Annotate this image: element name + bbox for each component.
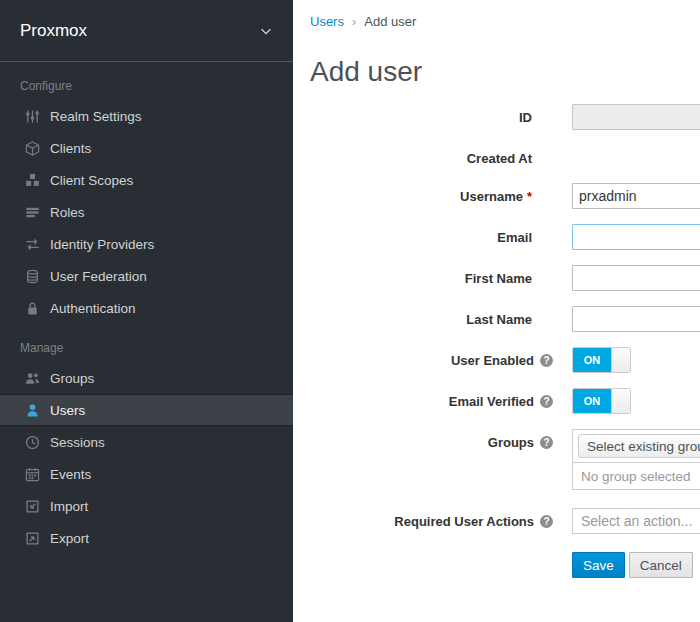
cube-icon <box>24 140 40 156</box>
groups-label: Groups <box>293 429 553 455</box>
sidebar-item-users[interactable]: Users <box>0 394 293 426</box>
form-row-username: Username * <box>293 183 700 209</box>
realm-name: Proxmox <box>20 21 259 41</box>
sidebar-item-realm-settings[interactable]: Realm Settings <box>0 100 293 132</box>
breadcrumb-separator-icon <box>352 14 356 29</box>
configure-nav: Realm Settings Clients Client Scopes Rol… <box>0 100 293 324</box>
sidebar-item-client-scopes[interactable]: Client Scopes <box>0 164 293 196</box>
email-label: Email <box>293 224 553 250</box>
sidebar: Proxmox Configure Realm Settings Clients… <box>0 0 293 622</box>
last-name-field[interactable] <box>572 306 700 332</box>
username-field[interactable] <box>572 183 700 209</box>
help-icon[interactable] <box>540 436 553 449</box>
exchange-arrows-icon <box>24 236 40 252</box>
form-row-email-verified: Email Verified ON <box>293 388 700 414</box>
save-button[interactable]: Save <box>572 552 625 578</box>
calendar-icon <box>24 466 40 482</box>
id-label: ID <box>293 104 553 130</box>
list-icon <box>24 204 40 220</box>
first-name-label: First Name <box>293 265 553 291</box>
sidebar-item-export[interactable]: Export <box>0 522 293 554</box>
groups-empty-text: No group selected <box>573 462 700 490</box>
sidebar-item-sessions[interactable]: Sessions <box>0 426 293 458</box>
group-icon <box>24 370 40 386</box>
help-icon[interactable] <box>540 354 553 367</box>
user-enabled-label: User Enabled <box>293 347 553 373</box>
cancel-button[interactable]: Cancel <box>629 552 693 578</box>
lock-icon <box>24 300 40 316</box>
required-actions-select[interactable]: Select an action... <box>572 508 700 534</box>
form-row-user-enabled: User Enabled ON <box>293 347 700 373</box>
first-name-field[interactable] <box>572 265 700 291</box>
sidebar-item-clients[interactable]: Clients <box>0 132 293 164</box>
last-name-label: Last Name <box>293 306 553 332</box>
database-icon <box>24 268 40 284</box>
toggle-knob <box>611 389 630 413</box>
select-existing-group-button[interactable]: Select existing groups <box>578 434 700 458</box>
clock-icon <box>24 434 40 450</box>
form-row-id: ID <box>293 104 700 130</box>
created-at-label: Created At <box>293 145 553 171</box>
form-row-email: Email <box>293 224 700 250</box>
sidebar-item-events[interactable]: Events <box>0 458 293 490</box>
toggle-knob <box>611 348 630 372</box>
manage-nav: Groups Users Sessions Events Import <box>0 362 293 554</box>
sidebar-item-user-federation[interactable]: User Federation <box>0 260 293 292</box>
form-row-groups: Groups Select existing groups No group s… <box>293 429 700 490</box>
sidebar-item-authentication[interactable]: Authentication <box>0 292 293 324</box>
import-icon <box>24 498 40 514</box>
sidebar-item-import[interactable]: Import <box>0 490 293 522</box>
email-field[interactable] <box>572 224 700 250</box>
sidebar-item-roles[interactable]: Roles <box>0 196 293 228</box>
breadcrumb-current: Add user <box>364 14 416 29</box>
cubes-icon <box>24 172 40 188</box>
sidebar-item-groups[interactable]: Groups <box>0 362 293 394</box>
breadcrumb: Users Add user <box>293 0 700 29</box>
section-label-configure: Configure <box>0 62 293 100</box>
username-label: Username * <box>293 183 553 209</box>
sidebar-item-identity-providers[interactable]: Identity Providers <box>0 228 293 260</box>
form-row-required-actions: Required User Actions Select an action..… <box>293 508 700 534</box>
user-enabled-toggle[interactable]: ON <box>572 347 631 373</box>
form-row-first-name: First Name <box>293 265 700 291</box>
help-icon[interactable] <box>540 395 553 408</box>
page-title: Add user <box>310 56 422 88</box>
chevron-down-icon <box>259 24 273 38</box>
main-content: Users Add user Add user ID Created At Us… <box>293 0 700 622</box>
email-verified-toggle[interactable]: ON <box>572 388 631 414</box>
id-field <box>572 104 700 130</box>
export-icon <box>24 530 40 546</box>
breadcrumb-users-link[interactable]: Users <box>310 14 344 29</box>
section-label-manage: Manage <box>0 324 293 362</box>
help-icon[interactable] <box>540 515 553 528</box>
user-icon <box>24 402 40 418</box>
add-user-form: ID Created At Username * Email First Nam… <box>293 104 700 578</box>
sliders-icon <box>24 108 40 124</box>
realm-selector[interactable]: Proxmox <box>0 0 293 62</box>
form-actions: Save Cancel <box>572 552 700 578</box>
email-verified-label: Email Verified <box>293 388 553 414</box>
form-row-last-name: Last Name <box>293 306 700 332</box>
form-row-created-at: Created At <box>293 145 700 171</box>
required-actions-label: Required User Actions <box>293 508 553 534</box>
required-asterisk: * <box>527 189 532 204</box>
groups-picker: Select existing groups No group selected <box>572 429 700 490</box>
